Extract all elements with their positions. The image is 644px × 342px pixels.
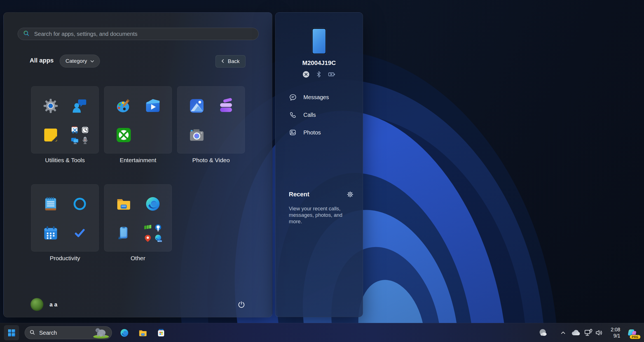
clock-time: 2:08 — [611, 327, 620, 333]
search-icon — [29, 329, 35, 336]
taskbar-edge[interactable] — [117, 325, 132, 340]
copilot-button[interactable]: PRE — [625, 326, 639, 340]
folder-label: Entertainment — [104, 157, 172, 164]
phone-menu-label: Photos — [303, 129, 321, 136]
calls-icon — [289, 111, 297, 118]
clock-date: 9/1 — [613, 333, 620, 339]
taskbar-search-box[interactable]: Search — [25, 326, 112, 339]
xbox-icon — [114, 125, 133, 145]
cortana-icon — [70, 194, 89, 213]
desktop: All apps Category Back — [0, 0, 644, 342]
start-menu: All apps Category Back — [3, 12, 272, 317]
category-dropdown-label: Category — [65, 58, 87, 64]
phone-menu-label: Calls — [303, 112, 316, 118]
start-search-input[interactable] — [34, 31, 253, 38]
green-tiles-app-icon — [144, 224, 152, 232]
taskbar-clock[interactable]: 2:08 9/1 — [602, 325, 620, 340]
start-menu-user-bar: a a — [4, 292, 272, 317]
camera-icon — [187, 125, 206, 145]
to-do-icon — [70, 224, 89, 243]
hidden-icons-chevron-icon[interactable] — [558, 325, 568, 340]
utilities-mini-apps — [71, 126, 89, 145]
all-apps-header: All apps Category Back — [4, 55, 272, 68]
back-button[interactable]: Back — [216, 55, 245, 68]
phone-menu-calls[interactable]: Calls — [275, 109, 363, 121]
widgets-weather-icon[interactable] — [536, 325, 550, 340]
battery-unknown-icon — [328, 71, 336, 79]
network-icon[interactable] — [583, 325, 594, 340]
phone-preview-image — [312, 28, 326, 54]
back-button-label: Back — [228, 58, 240, 64]
recent-settings-gear-icon[interactable] — [346, 191, 354, 198]
phone-device-name: M2004J19C — [275, 59, 363, 67]
edge-icon — [143, 194, 162, 213]
folder-productivity[interactable]: Productivity — [31, 184, 99, 252]
disconnected-icon — [303, 71, 310, 79]
bluetooth-icon — [316, 71, 322, 79]
chevron-down-icon — [90, 58, 94, 64]
notepad-icon — [41, 194, 60, 213]
taskbar: Search — [0, 323, 644, 342]
onedrive-icon[interactable] — [570, 325, 582, 340]
settings-icon — [41, 96, 60, 115]
start-search-box[interactable] — [18, 28, 259, 40]
category-dropdown-button[interactable]: Category — [60, 55, 100, 68]
photos-outline-icon — [289, 129, 297, 136]
power-button[interactable] — [235, 298, 247, 311]
folder-label: Utilities & Tools — [31, 157, 99, 164]
tips-icon — [154, 224, 162, 232]
start-button[interactable] — [4, 325, 19, 340]
photos-icon — [187, 96, 206, 115]
edge-beta-icon: BETA — [154, 234, 162, 243]
phone-menu-label: Messages — [303, 94, 329, 101]
phone-menu-messages[interactable]: Messages — [275, 91, 363, 103]
folder-tile[interactable] — [31, 86, 99, 153]
windows-logo-icon — [8, 329, 15, 337]
calendar-icon — [41, 224, 60, 243]
recent-description: View your recent calls, messages, photos… — [289, 205, 353, 225]
folder-label: Productivity — [31, 255, 99, 262]
recent-title: Recent — [289, 191, 309, 198]
folder-utilities-tools[interactable]: Utilities & Tools — [31, 86, 99, 153]
folder-tile[interactable] — [177, 86, 245, 153]
search-image-gorilla — [88, 326, 111, 339]
paint-icon — [114, 96, 133, 115]
copilot-pre-badge: PRE — [629, 335, 641, 339]
get-help-icon — [70, 96, 89, 115]
messages-icon — [289, 94, 297, 101]
folder-tile[interactable] — [31, 184, 99, 252]
phone-link-icon — [114, 224, 133, 243]
voice-recorder-icon — [81, 136, 89, 145]
folder-label: Photo & Video — [177, 157, 245, 164]
clock-icon — [81, 126, 89, 134]
chevron-left-icon — [221, 58, 224, 64]
svg-text:BETA: BETA — [158, 240, 162, 242]
search-icon — [23, 30, 30, 38]
folder-other[interactable]: BETA Other — [104, 184, 172, 252]
taskbar-microsoft-store[interactable] — [153, 325, 168, 340]
phone-link-panel: M2004J19C — [275, 12, 363, 317]
other-mini-apps: BETA — [144, 224, 162, 243]
taskbar-file-explorer[interactable] — [135, 325, 150, 340]
taskbar-search-label: Search — [39, 330, 88, 336]
user-avatar[interactable] — [31, 298, 43, 311]
clipchamp-icon — [216, 96, 235, 115]
folder-label: Other — [104, 255, 172, 262]
phone-menu-photos[interactable]: Photos — [275, 126, 363, 139]
folder-entertainment[interactable]: Entertainment — [104, 86, 172, 153]
all-apps-title: All apps — [30, 57, 54, 64]
media-player-icon — [143, 96, 162, 115]
sticky-notes-icon — [41, 125, 60, 145]
folder-tile[interactable] — [104, 86, 172, 153]
phone-status-row — [275, 71, 363, 79]
user-name[interactable]: a a — [50, 301, 57, 308]
file-explorer-icon — [114, 194, 133, 213]
snipping-tool-icon — [71, 126, 79, 134]
folder-tile[interactable]: BETA — [104, 184, 172, 252]
remote-desktop-icon — [71, 136, 79, 145]
maps-icon — [144, 234, 152, 243]
folder-photo-video[interactable]: Photo & Video — [177, 86, 245, 153]
